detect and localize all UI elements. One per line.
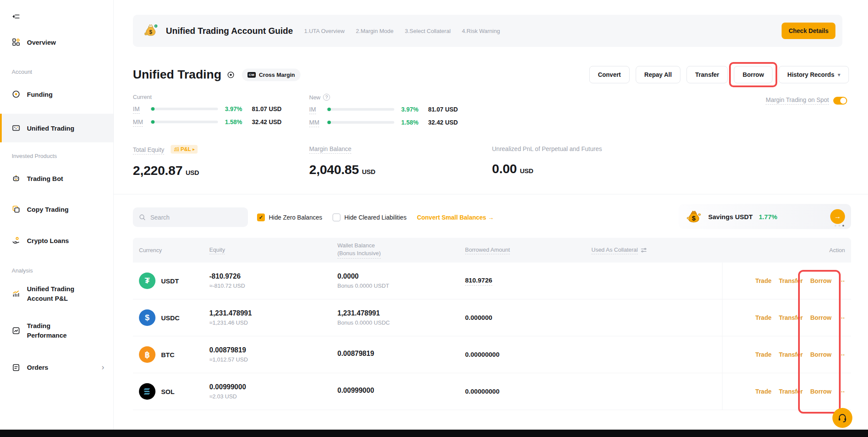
btc-coin-icon: ฿ bbox=[139, 346, 155, 363]
guide-title: Unified Trading Account Guide bbox=[166, 26, 293, 36]
table-row-sol: SOL 0.00999000≈2.03 USD 0.00999000 0.000… bbox=[133, 373, 851, 410]
sidebar-item-crypto-loans[interactable]: Crypto Loans bbox=[0, 236, 113, 245]
pnl-badge-label: P&L bbox=[181, 146, 191, 152]
chevron-right-icon: › bbox=[102, 363, 104, 372]
sidebar-item-overview[interactable]: Overview bbox=[0, 38, 113, 46]
hide-cleared-liabilities-checkbox[interactable]: Hide Cleared Liabilities bbox=[333, 214, 406, 221]
sidebar-item-label: Trading Performance bbox=[27, 321, 92, 340]
col-borrowed-amount: Borrowed Amount bbox=[465, 246, 591, 254]
borrow-link[interactable]: Borrow bbox=[810, 388, 832, 395]
more-actions-icon[interactable]: ⋯ bbox=[839, 314, 845, 321]
trade-link[interactable]: Trade bbox=[755, 314, 771, 321]
mm-usd: 32.42 USD bbox=[428, 119, 458, 126]
sol-coin-icon bbox=[139, 383, 155, 400]
equity-usd: ≈1,231.46 USD bbox=[209, 319, 337, 326]
transfer-button[interactable]: Transfer bbox=[686, 66, 728, 83]
borrow-link[interactable]: Borrow bbox=[810, 314, 832, 321]
convert-button[interactable]: Convert bbox=[589, 66, 630, 83]
repay-all-button[interactable]: Repay All bbox=[636, 66, 680, 83]
hide-zero-balances-checkbox[interactable]: ✓ Hide Zero Balances bbox=[257, 214, 322, 221]
sidebar-item-trading-performance[interactable]: Trading Performance bbox=[0, 321, 113, 340]
sidebar-item-label: Trading Bot bbox=[27, 175, 63, 182]
table-header: Currency Equity Wallet Balance (Bonus In… bbox=[133, 238, 851, 263]
carousel-dots[interactable] bbox=[835, 225, 844, 227]
margin-mode-pill[interactable]: CM Cross Margin bbox=[242, 69, 301, 81]
new-im-row: IM 3.97% 81.07 USD bbox=[309, 105, 466, 114]
more-actions-icon[interactable]: ⋯ bbox=[839, 277, 845, 284]
unrealized-pnl-block: Unrealized PnL of Perpetual and Futures … bbox=[492, 145, 602, 178]
new-label: New bbox=[309, 94, 320, 101]
convert-small-balances-link[interactable]: Convert Small Balances → bbox=[417, 214, 494, 221]
money-bag-icon: $ bbox=[685, 207, 703, 226]
overview-grid-icon bbox=[12, 38, 20, 46]
margin-trading-on-spot: Margin Trading on Spot bbox=[766, 96, 847, 105]
col-action: Action bbox=[716, 247, 851, 253]
borrow-link[interactable]: Borrow bbox=[810, 351, 832, 358]
guide-step-1[interactable]: 1.UTA Overview bbox=[304, 28, 345, 34]
margin-trading-toggle[interactable] bbox=[833, 97, 847, 105]
sidebar-collapse-button[interactable] bbox=[0, 12, 113, 21]
more-actions-icon[interactable]: ⋯ bbox=[839, 388, 845, 395]
mm-percent: 1.58% bbox=[225, 118, 252, 125]
im-usd: 81.07 USD bbox=[428, 106, 458, 113]
borrow-link[interactable]: Borrow bbox=[810, 277, 832, 284]
guide-step-2[interactable]: 2.Margin Mode bbox=[356, 28, 394, 34]
search-input[interactable] bbox=[149, 214, 242, 221]
search-box bbox=[133, 207, 248, 227]
eye-icon[interactable] bbox=[227, 71, 235, 79]
check-details-button[interactable]: Check Details bbox=[782, 23, 835, 39]
metrics-current: Current IM 3.97% 81.07 USD MM 1.58% 32.4… bbox=[133, 94, 290, 127]
sidebar-item-trading-bot[interactable]: Trading Bot bbox=[0, 174, 113, 183]
savings-arrow-button[interactable]: → bbox=[830, 209, 845, 224]
copy-trading-icon bbox=[12, 205, 20, 214]
margin-metrics: Current IM 3.97% 81.07 USD MM 1.58% 32.4… bbox=[133, 94, 466, 127]
col-currency: Currency bbox=[133, 247, 209, 253]
app-window: Overview Account Funding Unified Trading… bbox=[0, 0, 868, 437]
im-label: IM bbox=[133, 105, 140, 114]
sidebar-item-uta-pnl[interactable]: Unified Trading Account P&L bbox=[0, 284, 113, 303]
sidebar-item-funding[interactable]: Funding bbox=[0, 90, 113, 99]
savings-banner[interactable]: $ Savings USDT 1.77% → bbox=[679, 204, 851, 229]
active-indicator bbox=[0, 114, 2, 142]
sidebar-item-unified-trading[interactable]: Unified Trading bbox=[0, 114, 113, 142]
assets-table: Currency Equity Wallet Balance (Bonus In… bbox=[133, 238, 851, 410]
current-label: Current bbox=[133, 94, 152, 100]
transfer-link[interactable]: Transfer bbox=[779, 388, 803, 395]
usdt-coin-icon: ₮ bbox=[139, 273, 155, 289]
guide-step-3[interactable]: 3.Select Collateral bbox=[405, 28, 451, 34]
support-button[interactable] bbox=[832, 408, 852, 428]
equity-value: 0.00999000 bbox=[209, 383, 337, 391]
margin-trading-on-spot-label: Margin Trading on Spot bbox=[766, 96, 829, 105]
pnl-badge[interactable]: P&L ▸ bbox=[171, 145, 198, 154]
unified-trading-icon bbox=[12, 124, 20, 132]
collateral-settings-icon[interactable] bbox=[640, 247, 647, 253]
history-records-button[interactable]: History Records ▾ bbox=[779, 66, 849, 83]
collapse-sidebar-icon bbox=[12, 12, 20, 21]
equity-usd: ≈-810.72 USD bbox=[209, 283, 337, 289]
pnl-chart-icon bbox=[12, 289, 20, 298]
transfer-link[interactable]: Transfer bbox=[779, 314, 803, 321]
sidebar-section-analysis: Analysis bbox=[12, 267, 33, 274]
transfer-link[interactable]: Transfer bbox=[779, 351, 803, 358]
im-usd: 81.07 USD bbox=[252, 105, 281, 112]
transfer-link[interactable]: Transfer bbox=[779, 277, 803, 284]
sidebar-item-orders[interactable]: Orders › bbox=[0, 363, 114, 372]
borrow-button[interactable]: Borrow bbox=[734, 66, 772, 83]
orders-icon bbox=[12, 363, 20, 372]
more-actions-icon[interactable]: ⋯ bbox=[839, 351, 845, 358]
filter-options: ✓ Hide Zero Balances Hide Cleared Liabil… bbox=[257, 207, 494, 227]
header-actions: Convert Repay All Transfer Borrow Histor… bbox=[589, 66, 849, 83]
sidebar-item-copy-trading[interactable]: Copy Trading bbox=[0, 205, 113, 214]
trading-bot-icon bbox=[12, 174, 20, 183]
guide-step-4[interactable]: 4.Risk Warning bbox=[462, 28, 500, 34]
trade-link[interactable]: Trade bbox=[755, 277, 771, 284]
trade-link[interactable]: Trade bbox=[755, 351, 771, 358]
cross-margin-icon: CM bbox=[248, 72, 256, 78]
mm-label: MM bbox=[309, 119, 319, 127]
trade-link[interactable]: Trade bbox=[755, 388, 771, 395]
history-records-label: History Records bbox=[787, 71, 834, 78]
help-icon[interactable]: ? bbox=[323, 94, 330, 101]
equity-usd: ≈2.03 USD bbox=[209, 393, 337, 400]
arrow-right-icon: → bbox=[488, 214, 494, 221]
funding-icon bbox=[12, 90, 20, 99]
